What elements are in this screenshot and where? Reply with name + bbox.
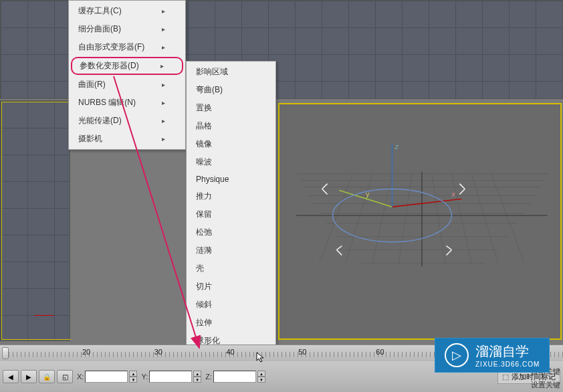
coord-z-input[interactable]: [213, 371, 256, 383]
menu-relax[interactable]: 松弛: [187, 223, 275, 241]
menu-cameras[interactable]: 摄影机: [69, 130, 185, 148]
axis-x-line: [34, 315, 54, 316]
menu-displace[interactable]: 置换: [187, 99, 275, 117]
lock-button[interactable]: 🔒: [39, 370, 55, 383]
viewport-perspective[interactable]: y x z: [278, 103, 562, 340]
timeline-tick: 30: [154, 348, 162, 356]
menu-nurbs-edit[interactable]: NURBS 编辑(N): [69, 94, 185, 112]
coord-z-spinner[interactable]: ▲▼: [257, 371, 265, 383]
set-key-label[interactable]: 设置关键: [531, 380, 560, 390]
perspective-grid: y x z: [279, 104, 560, 338]
selection-button[interactable]: ◱: [57, 370, 73, 383]
timeline-tick: 20: [82, 348, 90, 356]
menu-stretch[interactable]: 拉伸: [187, 314, 275, 332]
menu-subdivision[interactable]: 细分曲面(B): [69, 20, 185, 38]
svg-line-22: [392, 199, 461, 207]
menu-push[interactable]: 推力: [187, 187, 275, 205]
coord-y-spinner[interactable]: ▲▼: [193, 371, 201, 383]
menu-mirror[interactable]: 镜像: [187, 135, 275, 153]
menu-preserve[interactable]: 保留: [187, 205, 275, 223]
menu-radiosity[interactable]: 光能传递(D): [69, 112, 185, 130]
menu-cache-tools[interactable]: 缓存工具(C): [69, 2, 185, 20]
timeline-tick: 60: [376, 348, 384, 356]
menu-surface[interactable]: 曲面(R): [69, 76, 185, 94]
nav-prev-button[interactable]: ◀: [3, 370, 19, 383]
menu-freeform-deformers[interactable]: 自由形式变形器(F): [69, 38, 185, 56]
menu-shell[interactable]: 壳: [187, 260, 275, 278]
play-icon: ▷: [445, 343, 469, 367]
coord-y-input[interactable]: [149, 371, 192, 383]
coord-z: Z: ▲▼: [205, 371, 265, 383]
menu-skew[interactable]: 倾斜: [187, 296, 275, 314]
menu-ripple[interactable]: 涟漪: [187, 241, 275, 260]
timeline-scrubber[interactable]: [2, 347, 9, 359]
timeline-tick: 40: [226, 348, 234, 356]
coord-x: X: ▲▼: [77, 371, 137, 383]
context-menu-main[interactable]: 缓存工具(C) 细分曲面(B) 自由形式变形器(F) 参数化变形器(D) 曲面(…: [68, 0, 186, 150]
viewport-front[interactable]: [0, 100, 70, 341]
menu-slice[interactable]: 切片: [187, 278, 275, 296]
coord-x-spinner[interactable]: ▲▼: [129, 371, 137, 383]
active-border: [1, 102, 71, 340]
menu-parametric-deformers[interactable]: 参数化变形器(D): [71, 57, 183, 75]
axis-z-label: z: [394, 142, 399, 151]
menu-noise[interactable]: 噪波: [187, 153, 275, 171]
menu-bend[interactable]: 弯曲(B): [187, 81, 275, 99]
tag-icon: ⬚: [502, 373, 509, 381]
context-menu-sub[interactable]: 影响区域 弯曲(B) 置换 晶格 镜像 噪波 Physique 推力 保留 松弛…: [186, 61, 276, 392]
nav-next-button[interactable]: ▶: [21, 370, 37, 383]
mouse-cursor: [255, 351, 267, 363]
watermark: ▷ 溜溜自学 ZIXUE.3D66.COM: [435, 338, 550, 373]
menu-lattice[interactable]: 晶格: [187, 117, 275, 135]
menu-affect-region[interactable]: 影响区域: [187, 63, 275, 81]
coord-y: Y: ▲▼: [141, 371, 201, 383]
timeline-tick: 50: [298, 348, 306, 356]
coord-x-input[interactable]: [85, 371, 128, 383]
menu-physique[interactable]: Physique: [187, 171, 275, 187]
axis-x-label: x: [451, 190, 455, 198]
